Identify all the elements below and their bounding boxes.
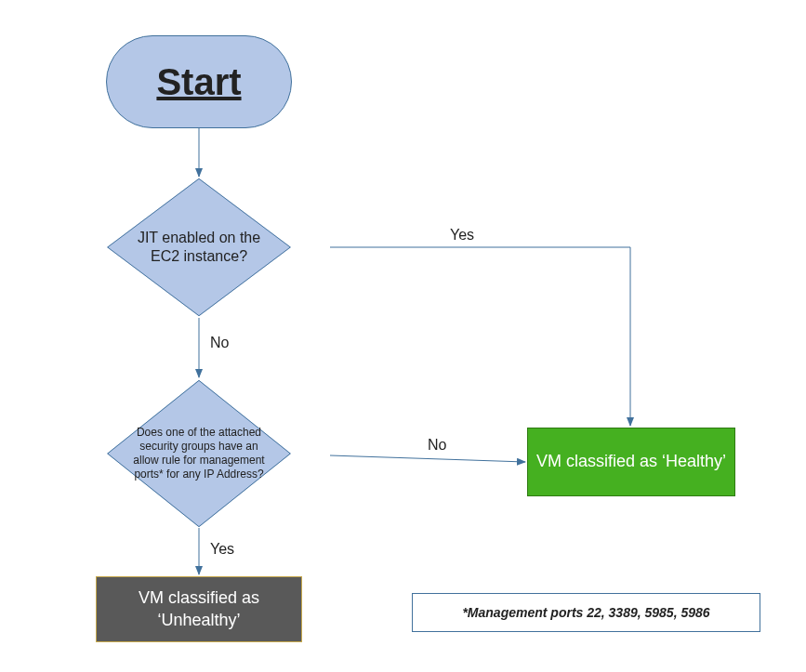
- edge-label-d2-no: No: [428, 437, 446, 454]
- result-healthy: VM classified as ‘Healthy’: [527, 428, 735, 496]
- decision-security-group: Does one of the attached security groups…: [106, 379, 292, 528]
- decision-security-group-label: Does one of the attached security groups…: [106, 426, 292, 481]
- footnote: *Management ports 22, 3389, 5985, 5986: [412, 593, 760, 632]
- start-node: Start: [106, 35, 292, 128]
- result-unhealthy-label: VM classified as ‘Unhealthy’: [97, 587, 301, 631]
- footnote-label: *Management ports 22, 3389, 5985, 5986: [462, 605, 709, 620]
- start-label: Start: [156, 61, 241, 103]
- result-healthy-label: VM classified as ‘Healthy’: [536, 451, 726, 472]
- edge-label-d1-yes: Yes: [450, 227, 474, 244]
- decision-jit: JIT enabled on the EC2 instance?: [106, 178, 292, 317]
- decision-jit-label: JIT enabled on the EC2 instance?: [106, 229, 292, 266]
- edge-label-d2-yes: Yes: [210, 541, 234, 558]
- result-unhealthy: VM classified as ‘Unhealthy’: [96, 576, 302, 642]
- svg-line-5: [330, 455, 525, 462]
- edge-label-d1-no: No: [210, 335, 229, 351]
